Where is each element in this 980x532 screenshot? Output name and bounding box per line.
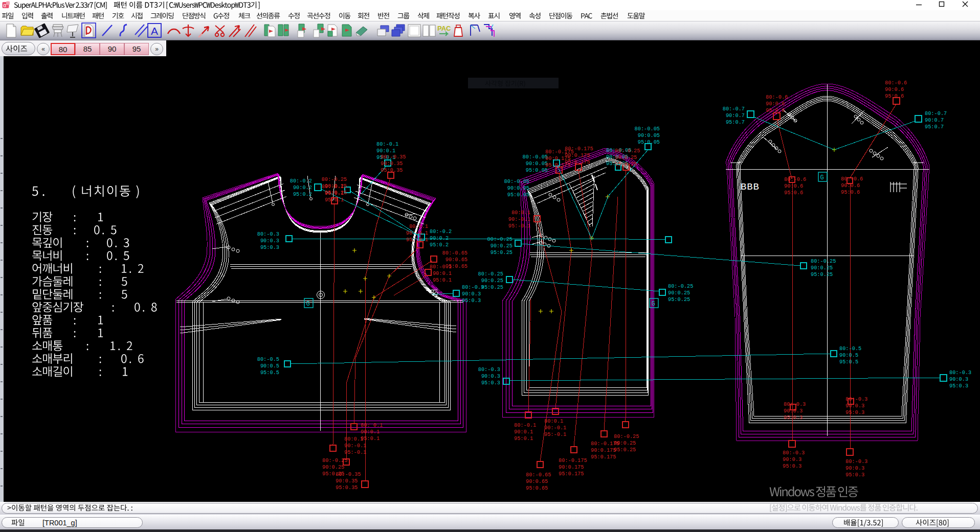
svg-text:95:0.7: 95:0.7 [925,124,944,130]
svg-text:90:0.05: 90:0.05 [638,132,660,138]
svg-text:80:-0.6: 80:-0.6 [784,176,806,182]
svg-text:95:0.05: 95:0.05 [507,192,529,198]
svg-text:90:0.35: 90:0.35 [381,160,403,167]
svg-text:G: G [306,300,310,308]
svg-text:80:-0.25: 80:-0.25 [322,457,347,464]
svg-text:80:-0.175: 80:-0.175 [559,457,587,464]
svg-text:80:0.1: 80:0.1 [344,436,363,442]
svg-text:80:-0.25: 80:-0.25 [811,258,836,264]
svg-text:95:-0.1: 95:-0.1 [344,449,366,455]
svg-text:95:0.05: 95:0.05 [638,139,660,145]
svg-text:80:-0.3: 80:-0.3 [257,231,279,237]
svg-text:80:-0.3: 80:-0.3 [949,369,971,376]
svg-text:95:0.1: 95:0.1 [361,435,380,442]
svg-text:80:-0.3: 80:-0.3 [783,450,805,456]
svg-text:95:0.25: 95:0.25 [811,271,833,277]
svg-text:90:0.25: 90:0.25 [491,243,513,249]
svg-text:90:0.25: 90:0.25 [615,154,637,160]
svg-text:80:0.1: 80:0.1 [409,223,428,229]
svg-text:95:0.3: 95:0.3 [784,414,803,421]
svg-text:90:0.7: 90:0.7 [726,112,745,119]
svg-text:90:0.3: 90:0.3 [783,456,801,462]
svg-text:80:-0.25: 80:-0.25 [668,283,693,289]
svg-text:95:0.3: 95:0.3 [481,380,500,386]
svg-text:80:-0.25: 80:-0.25 [614,433,639,440]
svg-text:80:-0.3: 80:-0.3 [845,396,867,402]
svg-text:90:0.1: 90:0.1 [361,429,380,435]
svg-text:90:0.3: 90:0.3 [949,376,968,382]
svg-text:90:0.7: 90:0.7 [925,117,944,123]
svg-text:95:0.5: 95:0.5 [260,369,279,376]
svg-text:90:0.65: 90:0.65 [446,257,467,263]
svg-text:95:0.3: 95:0.3 [845,472,864,478]
svg-text:95:0.3: 95:0.3 [845,409,864,415]
svg-text:95:0.35: 95:0.35 [381,167,403,173]
svg-text:95:0.3: 95:0.3 [949,383,968,389]
svg-text:G: G [820,174,824,181]
svg-text:80:-0.7: 80:-0.7 [723,106,745,112]
svg-text:95:-0.1: 95:-0.1 [406,237,428,243]
svg-text:90:0.5: 90:0.5 [260,363,279,369]
svg-text:80:0.1: 80:0.1 [544,418,563,424]
svg-text:90:0.25: 90:0.25 [614,440,636,446]
svg-text:90:0.1: 90:0.1 [514,429,533,435]
svg-text:90:0.6: 90:0.6 [841,182,860,189]
svg-text:95:0.1: 95:0.1 [325,197,344,203]
svg-text:80:-0.25: 80:-0.25 [487,236,513,242]
svg-text:95:0.35: 95:0.35 [336,484,358,491]
svg-text:90:0.3: 90:0.3 [481,373,500,379]
svg-text:80:-0.2: 80:-0.2 [290,178,312,184]
svg-text:90:0.35: 90:0.35 [336,478,358,484]
svg-text:95:0.25: 95:0.25 [668,296,690,303]
svg-text:90:0.05: 90:0.05 [526,160,548,167]
svg-text:80:-0.05: 80:-0.05 [504,178,529,184]
svg-text:90:0.5: 90:0.5 [839,352,858,358]
svg-text:95:0.3: 95:0.3 [783,463,801,469]
svg-text:80:-0.3: 80:-0.3 [845,458,867,465]
svg-text:80:-0.7: 80:-0.7 [925,110,947,117]
svg-text:80:-0.6: 80:-0.6 [766,94,788,100]
svg-text:80:-0.05: 80:-0.05 [635,126,660,132]
svg-text:90:-0.1: 90:-0.1 [344,443,366,449]
svg-text:95:0.1: 95:0.1 [433,277,452,283]
svg-text:95:0.25: 95:0.25 [481,284,503,290]
svg-text:80:0.1: 80:0.1 [511,210,530,216]
svg-text:90:0.175: 90:0.175 [559,464,584,470]
svg-text:90:0.1: 90:0.1 [376,148,395,154]
svg-text:80:-0.5: 80:-0.5 [839,345,861,352]
svg-text:BBB: BBB [741,181,759,193]
svg-text:90:0.3: 90:0.3 [784,408,803,414]
svg-text:80:-0.3: 80:-0.3 [478,366,500,373]
svg-text:80:-0.05: 80:-0.05 [523,154,548,160]
svg-text:90:0.2: 90:0.2 [293,184,312,191]
svg-text:G: G [652,300,655,308]
svg-text:95:0.05: 95:0.05 [526,167,548,173]
svg-text:90:0.3: 90:0.3 [462,291,481,297]
svg-text:80:-0.3: 80:-0.3 [462,284,484,290]
svg-text:80:-0.5: 80:-0.5 [257,356,279,362]
svg-text:90:0.2: 90:0.2 [430,235,449,241]
svg-text:95:0.2: 95:0.2 [293,191,312,197]
svg-text:95:0.7: 95:0.7 [726,119,745,125]
svg-text:90:0.6: 90:0.6 [784,183,803,189]
svg-text:A: A [151,25,158,37]
svg-text:80:-0.35: 80:-0.35 [381,154,406,160]
svg-text:95:0.6: 95:0.6 [885,93,904,99]
svg-text:95:0.6: 95:0.6 [841,189,860,195]
svg-text:80:-0.65: 80:-0.65 [526,472,551,478]
svg-text:95:0.65: 95:0.65 [526,485,548,491]
svg-text:90:-0.1: 90:-0.1 [406,230,428,236]
svg-text:90:0.3: 90:0.3 [845,465,864,471]
svg-text:90:0.1: 90:0.1 [433,270,452,276]
svg-text:80:-0.3: 80:-0.3 [784,401,806,407]
svg-text:80:-0.35: 80:-0.35 [336,471,361,477]
svg-text:95:0.175: 95:0.175 [565,159,590,165]
svg-text:90:0.25: 90:0.25 [668,290,690,296]
svg-text:95:0.2: 95:0.2 [430,242,449,248]
svg-text:90:0.6: 90:0.6 [766,101,785,107]
svg-text:90:0.1: 90:0.1 [325,190,344,196]
svg-text:80:-0.175: 80:-0.175 [565,146,593,152]
svg-text:95:0.1: 95:0.1 [514,435,533,442]
svg-text:90:0.175: 90:0.175 [591,447,616,453]
svg-text:80:-0.25: 80:-0.25 [478,271,503,277]
